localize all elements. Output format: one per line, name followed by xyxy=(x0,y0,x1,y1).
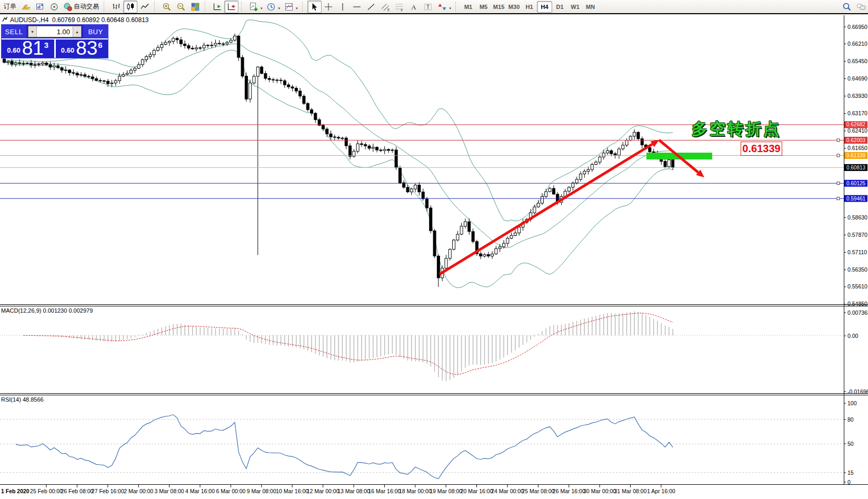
periods-button[interactable] xyxy=(264,1,278,13)
tile-windows-button[interactable] xyxy=(188,1,202,13)
fibonacci-button[interactable]: F xyxy=(393,1,407,13)
candle-bear xyxy=(437,256,440,278)
trendline-button[interactable] xyxy=(364,1,378,13)
arrows-button[interactable] xyxy=(435,1,450,13)
chat-button[interactable] xyxy=(854,1,868,13)
candle-bear xyxy=(387,149,390,151)
publish-chart-icon[interactable] xyxy=(33,1,47,13)
horizontal-line-button[interactable] xyxy=(350,1,364,13)
text-label-button[interactable]: T xyxy=(421,1,435,13)
zoom-out-button[interactable] xyxy=(174,1,188,13)
trend-up-arrow[interactable] xyxy=(440,144,652,274)
text-button[interactable]: A xyxy=(407,1,421,13)
templates-button-dropdown-icon[interactable]: ▾ xyxy=(296,6,298,11)
periods-button-dropdown-icon[interactable]: ▾ xyxy=(278,6,281,11)
chart-symbol-icon xyxy=(2,16,8,24)
candle-bull xyxy=(606,151,609,153)
date-label[interactable]: 9 Mar 08:00 xyxy=(247,488,276,494)
date-label[interactable]: 26 Mar 16:00 xyxy=(553,488,585,494)
buy-price[interactable]: 0.60836 xyxy=(56,39,108,58)
date-label[interactable]: 1 Feb 2020 xyxy=(1,488,29,494)
hline-handle[interactable] xyxy=(837,182,840,185)
arrows-button-dropdown-icon[interactable]: ▾ xyxy=(450,6,452,11)
candle-bull xyxy=(226,42,228,44)
hline-handle[interactable] xyxy=(837,197,840,200)
price-tag-label[interactable]: 0.61339 xyxy=(741,142,782,156)
volume-input[interactable]: 1.00 xyxy=(37,26,73,37)
equidistant-channel-button[interactable]: E xyxy=(378,1,393,13)
timeframe-button-m30[interactable]: M30 xyxy=(506,1,522,13)
date-label[interactable]: 1 Apr 16:00 xyxy=(647,488,675,494)
candle-bull xyxy=(64,70,67,71)
zoom-in-button[interactable] xyxy=(159,1,174,13)
date-label[interactable]: 31 Mar 08:00 xyxy=(614,488,647,494)
candle-bull xyxy=(629,136,632,141)
timeframe-button-m5[interactable]: M5 xyxy=(476,1,491,13)
indicators-button[interactable] xyxy=(246,1,261,13)
candle-bear xyxy=(72,73,75,73)
crosshair-button[interactable] xyxy=(322,1,336,13)
line-chart-button[interactable] xyxy=(137,1,152,13)
timeframe-button-d1[interactable]: D1 xyxy=(552,1,567,13)
date-label[interactable]: 27 Feb 16:00 xyxy=(92,488,124,494)
date-label[interactable]: 20 Mar 16:00 xyxy=(461,488,493,494)
date-label[interactable]: 4 Mar 16:00 xyxy=(185,488,215,494)
volume-increase-button[interactable]: ▴ xyxy=(73,26,81,37)
date-label[interactable]: 12 Mar 00:00 xyxy=(307,488,340,494)
timeframe-button-m15[interactable]: M15 xyxy=(491,1,506,13)
candle-bear xyxy=(291,87,294,88)
indicators-button-dropdown-icon[interactable]: ▾ xyxy=(261,6,263,11)
date-label[interactable]: 3 Mar 08:00 xyxy=(155,488,184,494)
sell-price[interactable]: 0.60813 xyxy=(2,39,54,58)
chart-shift-button[interactable] xyxy=(224,1,238,13)
date-label[interactable]: 6 Mar 00:00 xyxy=(216,488,245,494)
cursor-button[interactable] xyxy=(307,1,322,13)
date-label[interactable]: 24 Mar 00:00 xyxy=(491,488,524,494)
chart-canvas[interactable]: 0.626820.620030.613390.608130.601250.594… xyxy=(0,0,868,499)
chart-title-text: AUDUSD-,H4 0.60769 0.60892 0.60648 0.608… xyxy=(10,16,149,24)
timeframe-button-h1[interactable]: H1 xyxy=(522,1,537,13)
candle-bull xyxy=(153,51,155,55)
buy-button[interactable]: BUY xyxy=(83,25,108,38)
volume-decrease-button[interactable]: ▾ xyxy=(28,26,37,37)
hline-handle[interactable] xyxy=(837,139,840,142)
date-label[interactable]: 30 Mar 00:00 xyxy=(583,488,616,494)
date-label[interactable]: 16 Mar 16:00 xyxy=(368,488,401,494)
date-label[interactable]: 10 Mar 16:00 xyxy=(276,488,308,494)
date-label[interactable]: 19 Mar 08:00 xyxy=(430,488,462,494)
date-label[interactable]: 26 Feb 08:00 xyxy=(61,488,93,494)
bar-chart-button[interactable] xyxy=(109,1,123,13)
candle-bull xyxy=(391,150,394,151)
date-label[interactable]: 25 Mar 08:00 xyxy=(522,488,554,494)
order-button[interactable]: 订单 xyxy=(2,2,18,11)
rsi-tick-label: 100 xyxy=(847,400,857,406)
date-label[interactable]: 18 Mar 00:00 xyxy=(399,488,432,494)
auto-scroll-button[interactable] xyxy=(210,1,224,13)
date-label[interactable]: 13 Mar 08:00 xyxy=(337,488,370,494)
candle-bear xyxy=(487,255,490,256)
turning-point-annotation[interactable]: 多空转折点 xyxy=(689,118,784,140)
timeframe-button-m1[interactable]: M1 xyxy=(461,1,476,13)
candle-bull xyxy=(22,64,25,64)
date-label[interactable]: 2 Mar 00:00 xyxy=(124,488,153,494)
candle-bull xyxy=(548,188,551,192)
templates-button[interactable] xyxy=(282,1,296,13)
candle-bull xyxy=(537,203,540,207)
candlestick-chart-button[interactable] xyxy=(123,1,137,13)
date-label[interactable]: 25 Feb 00:00 xyxy=(30,488,63,494)
modify-order-icon[interactable] xyxy=(18,1,33,13)
timeframe-button-mn[interactable]: MN xyxy=(583,1,598,13)
rsi-tick-label: 15 xyxy=(847,470,854,476)
sell-button[interactable]: SELL xyxy=(2,25,26,38)
candle-bull xyxy=(541,196,544,203)
signals-icon[interactable] xyxy=(47,1,61,13)
timeframe-button-h4[interactable]: H4 xyxy=(537,1,552,13)
candle-bull xyxy=(149,55,152,57)
timeframe-button-w1[interactable]: W1 xyxy=(567,1,583,13)
search-button[interactable] xyxy=(840,1,854,13)
candle-bear xyxy=(303,96,305,104)
autotrade-button[interactable]: 自动交易 xyxy=(61,2,101,12)
candle-bear xyxy=(179,40,182,44)
vertical-line-button[interactable] xyxy=(336,1,350,13)
hline-handle[interactable] xyxy=(837,154,840,157)
